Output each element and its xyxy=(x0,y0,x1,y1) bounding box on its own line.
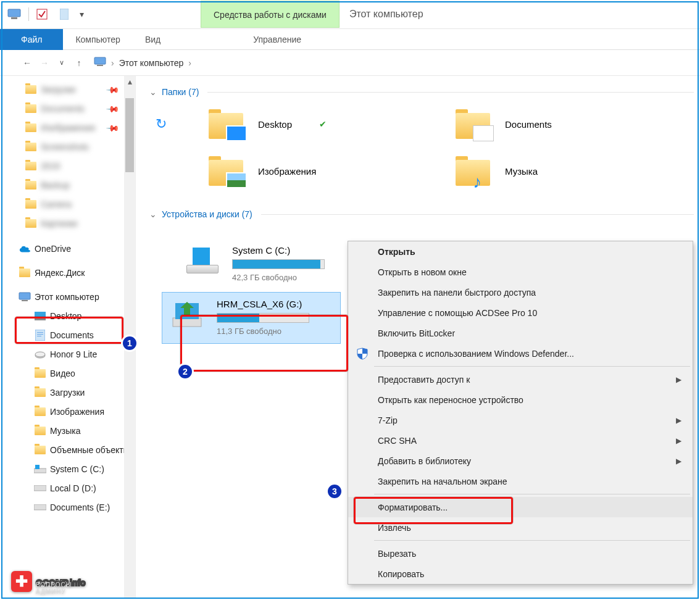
sidebar-item[interactable]: Documents📌 xyxy=(0,99,135,118)
folder-icon xyxy=(34,444,46,456)
ctx-bitlocker[interactable]: Включить BitLocker xyxy=(348,323,693,343)
shield-icon xyxy=(356,347,369,360)
nav-recent-dropdown[interactable]: ∨ xyxy=(53,54,70,72)
check-icon: ✔ xyxy=(319,119,327,129)
nav-up[interactable]: ↑ xyxy=(70,54,88,72)
nav-back[interactable]: ← xyxy=(19,54,36,72)
chevron-down-icon: ⌄ xyxy=(149,87,157,97)
group-header-drives[interactable]: ⌄ Устройства и диски (7) xyxy=(149,203,694,227)
folder-icon xyxy=(209,156,243,186)
watermark: ✚ OCOMP.info ВОПРОСЫ АДМИНУ xyxy=(11,569,86,594)
pc-icon xyxy=(4,7,25,22)
device-icon xyxy=(34,348,46,360)
breadcrumb[interactable]: › Этот компьютер › xyxy=(94,57,195,69)
chevron-down-icon: ⌄ xyxy=(149,209,157,219)
chevron-right-icon: ▶ xyxy=(676,457,681,465)
folder-item-music[interactable]: ♪ Музыка xyxy=(456,156,678,186)
sidebar-item-onedrive[interactable]: OneDrive xyxy=(0,239,135,258)
svg-rect-4 xyxy=(94,57,106,64)
group-header-folders[interactable]: ⌄ Папки (7) xyxy=(149,81,694,104)
ribbon-tabs: Файл Компьютер Вид Управление xyxy=(0,29,700,50)
ctx-pin-quick-access[interactable]: Закрепить на панели быстрого доступа xyxy=(348,282,693,302)
annotation-box-3 xyxy=(354,497,513,524)
sidebar-item-videos[interactable]: Видео xyxy=(0,364,135,383)
sidebar-item-honor[interactable]: Honor 9 Lite xyxy=(0,344,135,364)
sidebar-item-drive-d[interactable]: Local D (D:) xyxy=(0,478,135,498)
ctx-defender[interactable]: Проверка с использованием Windows Defend… xyxy=(348,343,693,364)
window-title: Этот компьютер xyxy=(349,9,423,20)
chevron-right-icon: ▶ xyxy=(676,416,681,425)
ctx-acdsee[interactable]: Управление с помощью ACDSee Pro 10 xyxy=(348,302,693,323)
ctx-crc[interactable]: CRC SHA▶ xyxy=(348,430,693,451)
tab-file[interactable]: Файл xyxy=(0,29,63,50)
svg-rect-18 xyxy=(34,485,46,491)
annotation-num-3: 3 xyxy=(326,483,343,500)
ctx-7zip[interactable]: 7-Zip▶ xyxy=(348,410,693,430)
ctx-copy[interactable]: Копировать xyxy=(348,564,693,584)
folder-icon xyxy=(34,367,46,380)
folder-icon xyxy=(209,109,243,139)
ctx-open[interactable]: Открыть xyxy=(348,241,693,262)
annotation-num-1: 1 xyxy=(121,335,138,352)
folder-icon xyxy=(34,425,46,437)
tab-manage[interactable]: Управление xyxy=(241,29,314,50)
sidebar-item-yandex[interactable]: Яндекс.Диск xyxy=(0,263,135,282)
onedrive-icon xyxy=(19,243,31,255)
svg-rect-19 xyxy=(34,504,46,510)
sidebar-item-3d[interactable]: Объемные объекты xyxy=(0,440,135,459)
sidebar-item-drive-e[interactable]: Documents (E:) xyxy=(0,498,135,517)
sidebar-item[interactable]: Изображения📌 xyxy=(0,118,135,137)
drive-icon xyxy=(184,245,221,277)
svg-rect-2 xyxy=(37,9,47,19)
sidebar-item[interactable]: Camera xyxy=(0,194,135,214)
svg-rect-17 xyxy=(35,465,40,469)
svg-point-15 xyxy=(35,352,45,357)
sidebar-item-drive-c[interactable]: System C (C:) xyxy=(0,459,135,478)
pin-icon: 📌 xyxy=(106,82,120,96)
svg-rect-16 xyxy=(34,469,46,473)
scroll-up-arrow[interactable]: ▴ xyxy=(124,76,135,87)
tab-view[interactable]: Вид xyxy=(133,29,173,50)
nav-row: ← → ∨ ↑ › Этот компьютер › xyxy=(0,50,700,76)
ctx-library[interactable]: Добавить в библиотеку▶ xyxy=(348,451,693,471)
sidebar-item[interactable]: Картинки xyxy=(0,214,135,233)
folder-icon xyxy=(34,386,46,399)
drive-item-c[interactable]: System C (C:) 42,3 ГБ свободно xyxy=(178,239,357,290)
tab-computer[interactable]: Компьютер xyxy=(63,29,132,50)
sidebar-item[interactable]: Screenshots xyxy=(0,137,135,156)
checkbox-icon[interactable] xyxy=(31,7,52,22)
refresh-icon[interactable]: ↻ xyxy=(156,109,184,139)
pc-icon xyxy=(19,291,31,303)
folder-item-pictures[interactable]: Изображения xyxy=(209,156,431,186)
doc-icon[interactable] xyxy=(54,7,75,22)
ctx-pin-start[interactable]: Закрепить на начальном экране xyxy=(348,471,693,491)
svg-rect-0 xyxy=(8,9,20,17)
disk-tools-contextual-tab[interactable]: Средства работы с дисками xyxy=(201,1,340,28)
folder-icon xyxy=(19,267,31,279)
sidebar-item-pictures[interactable]: Изображения xyxy=(0,402,135,421)
watermark-logo: ✚ xyxy=(11,571,32,592)
scrollbar-thumb[interactable] xyxy=(125,98,134,172)
sidebar-item-music[interactable]: Музыка xyxy=(0,421,135,440)
qat-dropdown-icon[interactable]: ▾ xyxy=(76,7,87,22)
annotation-num-2: 2 xyxy=(177,363,194,380)
sidebar-item-this-pc[interactable]: Этот компьютер xyxy=(0,287,135,306)
ctx-share[interactable]: Предоставить доступ к▶ xyxy=(348,369,693,390)
ctx-portable[interactable]: Открыть как переносное устройство xyxy=(348,390,693,410)
nav-forward: → xyxy=(36,54,53,72)
folder-item-documents[interactable]: Documents xyxy=(456,109,678,139)
ctx-cut[interactable]: Вырезать xyxy=(348,543,693,564)
folder-item-desktop[interactable]: Desktop ✔ xyxy=(209,109,431,139)
sidebar-item-downloads[interactable]: Загрузки xyxy=(0,383,135,402)
annotation-box-2 xyxy=(180,315,348,372)
sidebar-item[interactable]: 2019 xyxy=(0,156,135,175)
chevron-right-icon: ▶ xyxy=(676,436,681,445)
folder-icon: ♪ xyxy=(456,156,490,186)
chevron-right-icon[interactable]: › xyxy=(188,58,191,68)
svg-rect-1 xyxy=(11,17,17,19)
crumb-this-pc[interactable]: Этот компьютер xyxy=(119,58,184,68)
sidebar-item[interactable]: Backup xyxy=(0,175,135,194)
ctx-open-new-window[interactable]: Открыть в новом окне xyxy=(348,262,693,282)
pc-icon xyxy=(94,57,106,69)
sidebar-item[interactable]: Загрузки📌 xyxy=(0,80,135,99)
